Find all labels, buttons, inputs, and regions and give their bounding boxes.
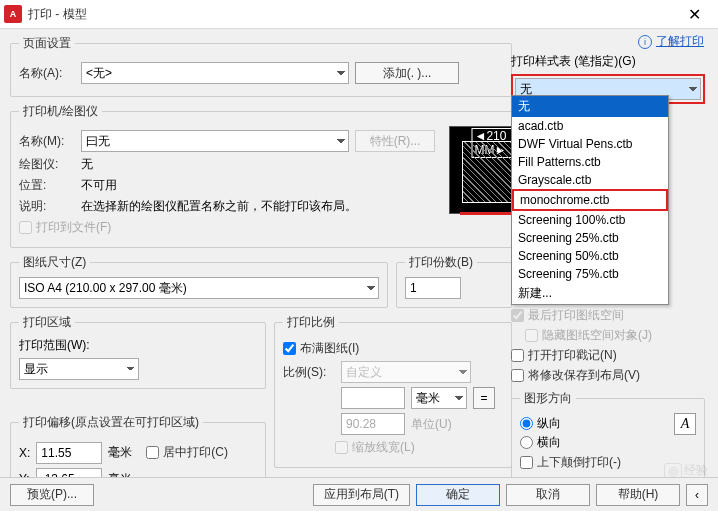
style-opt-s50[interactable]: Screening 50%.ctb (512, 247, 668, 265)
paper-size-group: 图纸尺寸(Z) ISO A4 (210.00 x 297.00 毫米) (10, 254, 388, 308)
help-area: i 了解打印 (638, 33, 704, 50)
copies-legend: 打印份数(B) (405, 254, 477, 271)
ratio-select: 自定义 (341, 361, 471, 383)
printer-props-button: 特性(R)... (355, 130, 435, 152)
save-layout-check[interactable]: 将修改保存到布局(V) (511, 367, 705, 384)
landscape-radio[interactable]: 横向 (520, 434, 666, 451)
unit-value-input (341, 387, 405, 409)
style-opt-none[interactable]: 无 (512, 96, 668, 117)
center-print-check[interactable]: 居中打印(C) (146, 444, 228, 461)
orientation-legend: 图形方向 (520, 390, 576, 407)
unit-equals-button[interactable]: = (473, 387, 495, 409)
printer-name-select[interactable]: 曰无 (81, 130, 349, 152)
style-opt-new[interactable]: 新建... (512, 283, 668, 304)
print-scope-select[interactable]: 显示 (19, 358, 139, 380)
mm-unit-label: 单位(U) (411, 416, 452, 433)
plotter-value: 无 (81, 156, 93, 173)
print-area-legend: 打印区域 (19, 314, 75, 331)
unit-select[interactable]: 毫米 (411, 387, 467, 409)
fit-paper-check[interactable]: 布满图纸(I) (283, 340, 503, 357)
upside-check[interactable]: 上下颠倒打印(-) (520, 454, 666, 471)
hide-objs-check: 隐藏图纸空间对象(J) (525, 327, 705, 344)
preview-button[interactable]: 预览(P)... (10, 484, 94, 506)
app-icon: A (4, 5, 22, 23)
page-setup-group: 页面设置 名称(A): <无> 添加(. )... (10, 35, 512, 97)
paper-size-legend: 图纸尺寸(Z) (19, 254, 90, 271)
style-table-dropdown[interactable]: 无 acad.ctb DWF Virtual Pens.ctb Fill Pat… (511, 95, 669, 305)
scale-lineweight-check: 缩放线宽(L) (335, 439, 503, 456)
plotter-label: 绘图仪: (19, 156, 75, 173)
titlebar: A 打印 - 模型 ✕ (0, 0, 718, 29)
portrait-radio[interactable]: 纵向 (520, 415, 666, 432)
apply-layout-button[interactable]: 应用到布局(T) (313, 484, 410, 506)
mm-value-input (341, 413, 405, 435)
help-button[interactable]: 帮助(H) (596, 484, 680, 506)
expand-button[interactable]: ‹ (686, 484, 708, 506)
ratio-label: 比例(S): (283, 364, 335, 381)
copies-group: 打印份数(B) (396, 254, 512, 308)
orientation-icon: A (674, 413, 696, 435)
style-opt-fill[interactable]: Fill Patterns.ctb (512, 153, 668, 171)
style-opt-s75[interactable]: Screening 75%.ctb (512, 265, 668, 283)
footer: 预览(P)... 应用到布局(T) 确定 取消 帮助(H) ‹ (0, 477, 718, 511)
info-icon[interactable]: i (638, 35, 652, 49)
offset-x-unit: 毫米 (108, 444, 132, 461)
copies-input[interactable] (405, 277, 461, 299)
help-link[interactable]: 了解打印 (656, 33, 704, 50)
print-area-group: 打印区域 打印范围(W): 显示 (10, 314, 266, 389)
style-table-legend: 打印样式表 (笔指定)(G) (511, 53, 705, 70)
page-setup-legend: 页面设置 (19, 35, 75, 52)
pageset-add-button[interactable]: 添加(. )... (355, 62, 459, 84)
desc-label: 说明: (19, 198, 75, 215)
open-stamp-check[interactable]: 打开打印戳记(N) (511, 347, 705, 364)
style-opt-s100[interactable]: Screening 100%.ctb (512, 211, 668, 229)
offset-x-input[interactable] (36, 442, 102, 464)
last-print-check: 最后打印图纸空间 (511, 307, 705, 324)
close-button[interactable]: ✕ (674, 1, 714, 27)
ok-button[interactable]: 确定 (416, 484, 500, 506)
style-opt-s25[interactable]: Screening 25%.ctb (512, 229, 668, 247)
print-offset-legend: 打印偏移(原点设置在可打印区域) (19, 414, 203, 431)
printer-group: 打印机/绘图仪 名称(M): 曰无 特性(R)... 绘图仪: 无 (10, 103, 546, 248)
paper-size-select[interactable]: ISO A4 (210.00 x 297.00 毫米) (19, 277, 379, 299)
location-value: 不可用 (81, 177, 117, 194)
print-scale-legend: 打印比例 (283, 314, 339, 331)
style-opt-mono[interactable]: monochrome.ctb (512, 189, 668, 211)
style-opt-gray[interactable]: Grayscale.ctb (512, 171, 668, 189)
style-opt-dwf[interactable]: DWF Virtual Pens.ctb (512, 135, 668, 153)
print-scope-label: 打印范围(W): (19, 337, 257, 354)
printer-legend: 打印机/绘图仪 (19, 103, 102, 120)
location-label: 位置: (19, 177, 75, 194)
desc-value: 在选择新的绘图仪配置名称之前，不能打印该布局。 (81, 198, 435, 215)
style-opt-acad[interactable]: acad.ctb (512, 117, 668, 135)
pageset-name-select[interactable]: <无> (81, 62, 349, 84)
pageset-name-label: 名称(A): (19, 65, 75, 82)
print-to-file-check: 打印到文件(F) (19, 219, 435, 236)
offset-x-label: X: (19, 446, 30, 460)
printer-name-label: 名称(M): (19, 133, 75, 150)
cancel-button[interactable]: 取消 (506, 484, 590, 506)
window-title: 打印 - 模型 (28, 6, 674, 23)
print-scale-group: 打印比例 布满图纸(I) 比例(S): 自定义 毫米 (274, 314, 512, 468)
